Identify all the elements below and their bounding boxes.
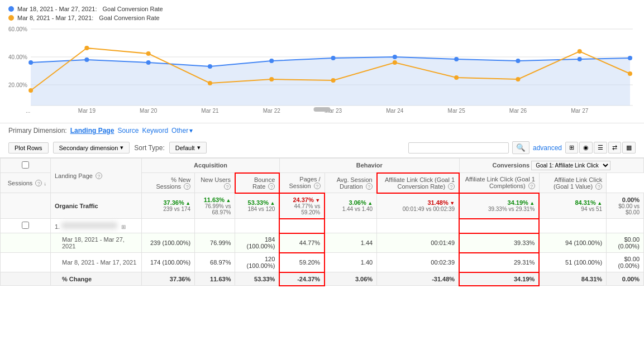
pct-new-help[interactable]: ? [184, 183, 190, 190]
pct-change-pages-session: 3.06% [325, 272, 376, 286]
legend-range-1: Mar 18, 2021 - Mar 27, 2021: [17, 6, 97, 12]
pct-change-conv-rate: 34.19% [459, 272, 539, 286]
pct-change-value: 0.00% [607, 272, 644, 286]
sort-arrow[interactable]: ↓ [44, 181, 47, 186]
svg-point-15 [454, 57, 459, 61]
row1-pages-session [325, 219, 376, 233]
acquisition-header: Acquisition [142, 159, 280, 173]
organic-sessions: 37.36% 239 vs 174 [142, 193, 195, 219]
pages-session-help[interactable]: ? [314, 183, 321, 189]
date-row2-checkbox-cell [1, 253, 51, 272]
list-view-button[interactable]: ☰ [594, 142, 607, 153]
date-row2-bounce-rate: 59.20% [279, 253, 325, 272]
pct-change-bounce-rate: -24.37% [279, 272, 325, 286]
svg-text:Mar 27: Mar 27 [571, 108, 589, 114]
dim-other-dropdown[interactable]: Other ▾ [171, 127, 193, 135]
row1-value [607, 219, 644, 233]
chevron-down-icon: ▾ [189, 127, 193, 135]
compare-view-button[interactable]: ⇄ [608, 142, 621, 153]
svg-point-22 [208, 81, 212, 85]
row1-conv-rate [459, 219, 539, 233]
completions-help[interactable]: ? [528, 183, 535, 189]
value-help[interactable]: ? [595, 183, 602, 190]
sort-default-button[interactable]: Default ▾ [169, 142, 207, 153]
chart-area: Mar 18, 2021 - Mar 27, 2021: Goal Conver… [0, 0, 644, 123]
copy-icon[interactable]: ⊞ [121, 224, 126, 230]
svg-point-26 [454, 75, 459, 80]
row1-blurred-url [61, 222, 117, 229]
conv-rate-subheader: Affiliate Link Click (Goal 1 Conversion … [377, 173, 459, 193]
svg-point-14 [393, 55, 397, 59]
legend-range-2: Mar 8, 2021 - Mar 17, 2021: [17, 15, 93, 21]
svg-point-19 [28, 88, 33, 93]
landing-page-header: Landing Page ? [51, 159, 142, 193]
svg-point-23 [269, 77, 274, 81]
row1-sessions [142, 219, 195, 233]
pct-change-sessions: 37.36% [142, 272, 195, 286]
data-row-1: 1. ⊞ [1, 219, 644, 233]
pct-new-sessions-subheader: % New Sessions ? [142, 173, 195, 193]
organic-value: 0.00% $0.00 vs $0.00 [607, 193, 644, 219]
row1-new-users [235, 219, 279, 233]
dim-landing-page[interactable]: Landing Page [70, 127, 115, 135]
search-input[interactable] [408, 142, 509, 153]
plot-rows-button[interactable]: Plot Rows [8, 142, 49, 153]
organic-conv-rate: 34.19% 39.33% vs 29.31% [459, 193, 539, 219]
search-button[interactable]: 🔍 [512, 141, 529, 154]
svg-text:Mar 19: Mar 19 [78, 108, 96, 114]
row1-checkbox[interactable] [22, 222, 29, 229]
new-users-subheader: New Users ? [195, 173, 235, 193]
date-row1-bounce-rate: 44.77% [279, 233, 325, 253]
legend-item-1: Mar 18, 2021 - Mar 27, 2021: Goal Conver… [8, 6, 636, 12]
organic-traffic-row: Organic Traffic 37.36% 239 vs 174 11.63%… [1, 193, 644, 219]
chevron-down-icon: ▾ [197, 144, 201, 151]
filter-bar: Plot Rows Secondary dimension ▾ Sort Typ… [0, 138, 644, 158]
dim-source[interactable]: Source [117, 127, 139, 135]
sessions-help[interactable]: ? [35, 180, 42, 186]
organic-completions: 84.31% 94 vs 51 [539, 193, 606, 219]
pct-change-avg-duration: -31.48% [377, 272, 459, 286]
select-all-checkbox[interactable] [1, 159, 51, 173]
sort-type-label: Sort Type: [134, 144, 164, 152]
date-row2-value: $0.00 (0.00%) [607, 253, 644, 272]
advanced-link[interactable]: advanced [533, 144, 562, 152]
organic-avg-duration: 31.48% 00:01:49 vs 00:02:39 [377, 193, 459, 219]
pct-change-row: % Change 37.36% 11.63% 53.33% -24.37% 3.… [1, 272, 644, 286]
landing-page-help[interactable]: ? [96, 172, 102, 179]
pct-change-checkbox-cell [1, 272, 51, 286]
organic-bounce-rate: 24.37% 44.77% vs 59.20% [279, 193, 325, 219]
date-row2-pct-new: 68.97% [195, 253, 235, 272]
sessions-subheader: Sessions ? ↓ [1, 173, 51, 193]
value-subheader: Affiliate Link Click (Goal 1 Value) ? [539, 173, 606, 193]
avg-duration-help[interactable]: ? [366, 183, 373, 190]
checkbox-all[interactable] [22, 161, 29, 169]
table-container: Landing Page ? Acquisition Behavior Conv… [0, 158, 644, 286]
date-row2-pages-session: 1.40 [325, 253, 376, 272]
bounce-rate-help[interactable]: ? [268, 183, 275, 190]
date-row1-pct-new: 76.99% [195, 233, 235, 253]
conv-rate-help[interactable]: ? [448, 183, 455, 190]
svg-text:Mar 21: Mar 21 [201, 108, 219, 114]
svg-text:Mar 24: Mar 24 [386, 108, 404, 114]
row1-checkbox-cell[interactable] [1, 219, 51, 233]
date-row2-sessions: 174 (100.00%) [142, 253, 195, 272]
pie-view-button[interactable]: ◉ [579, 142, 593, 153]
chart-view-button[interactable]: ▦ [622, 142, 636, 153]
pct-change-pct-new: 11.63% [195, 272, 235, 286]
new-users-help[interactable]: ? [224, 183, 231, 190]
svg-point-28 [578, 49, 582, 54]
svg-text:...: ... [26, 108, 30, 114]
secondary-dimension-button[interactable]: Secondary dimension ▾ [53, 142, 130, 153]
row1-completions [539, 219, 606, 233]
primary-dimension-label: Primary Dimension: [8, 127, 67, 135]
svg-point-18 [628, 56, 632, 60]
date-row2-avg-duration: 00:02:39 [377, 253, 459, 272]
goal-select[interactable]: Goal 1: Affiliate Link Click [531, 161, 610, 170]
chevron-down-icon: ▾ [120, 144, 123, 151]
grid-view-button[interactable]: ⊞ [565, 142, 578, 153]
date-row1-completions: 94 (100.00%) [539, 233, 606, 253]
pct-change-label: % Change [51, 272, 142, 286]
svg-text:Mar 22: Mar 22 [263, 108, 281, 114]
svg-point-12 [269, 59, 274, 63]
dim-keyword[interactable]: Keyword [142, 127, 168, 135]
